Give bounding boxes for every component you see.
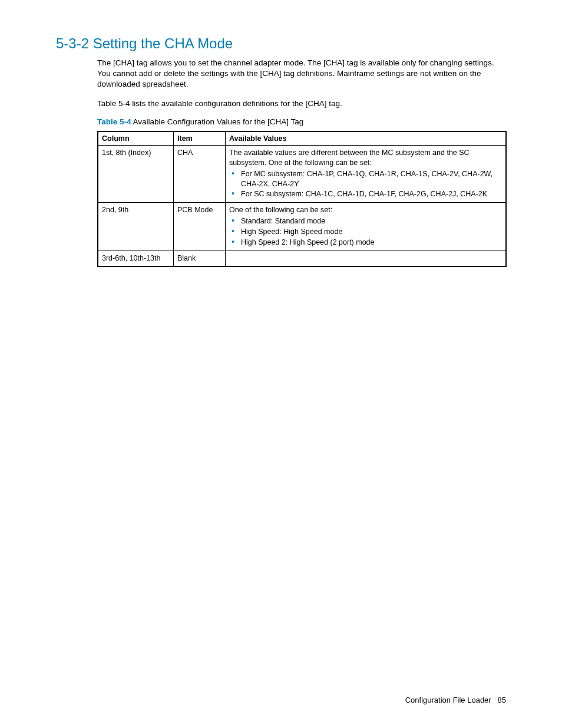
footer-page-number: 85 bbox=[498, 696, 506, 704]
th-item: Item bbox=[174, 131, 226, 146]
cell-item: Blank bbox=[174, 251, 226, 266]
cell-values: One of the following can be set: Standar… bbox=[226, 203, 507, 251]
cell-intro: One of the following can be set: bbox=[229, 206, 332, 214]
table-caption-text: Available Configuration Values for the [… bbox=[131, 117, 304, 126]
cell-item: PCB Mode bbox=[174, 203, 226, 251]
table-label: Table 5-4 bbox=[97, 117, 131, 126]
bullet-list: Standard: Standard mode High Speed: High… bbox=[229, 216, 502, 248]
config-table: Column Item Available Values 1st, 8th (I… bbox=[97, 131, 507, 267]
bullet-list: For MC subsystem: CHA-1P, CHA-1Q, CHA-1R… bbox=[229, 169, 502, 200]
th-values: Available Values bbox=[226, 131, 507, 146]
cell-intro: The available values are different betwe… bbox=[229, 149, 470, 167]
cell-column: 1st, 8th (Index) bbox=[98, 145, 174, 202]
table-row: 1st, 8th (Index) CHA The available value… bbox=[98, 145, 506, 202]
bullet-item: High Speed: High Speed mode bbox=[229, 227, 502, 237]
cell-item: CHA bbox=[174, 145, 226, 202]
cell-values: The available values are different betwe… bbox=[226, 145, 507, 202]
footer-title: Configuration File Loader bbox=[405, 696, 491, 704]
cell-values bbox=[226, 251, 507, 266]
table-row: 2nd, 9th PCB Mode One of the following c… bbox=[98, 203, 506, 251]
intro-paragraph-1: The [CHA] tag allows you to set the chan… bbox=[56, 58, 506, 90]
table-row: 3rd-6th, 10th-13th Blank bbox=[98, 251, 506, 266]
th-column: Column bbox=[98, 131, 174, 146]
cell-column: 2nd, 9th bbox=[98, 203, 174, 251]
page-footer: Configuration File Loader 85 bbox=[405, 696, 506, 704]
intro-paragraph-2: Table 5-4 lists the available configurat… bbox=[56, 98, 506, 109]
page: 5-3-2 Setting the CHA Mode The [CHA] tag… bbox=[0, 0, 562, 728]
bullet-item: For SC subsystem: CHA-1C, CHA-1D, CHA-1F… bbox=[229, 189, 502, 199]
table-header-row: Column Item Available Values bbox=[98, 131, 506, 146]
bullet-item: For MC subsystem: CHA-1P, CHA-1Q, CHA-1R… bbox=[229, 169, 502, 189]
bullet-item: Standard: Standard mode bbox=[229, 216, 502, 226]
cell-column: 3rd-6th, 10th-13th bbox=[98, 251, 174, 266]
bullet-item: High Speed 2: High Speed (2 port) mode bbox=[229, 238, 502, 248]
section-heading: 5-3-2 Setting the CHA Mode bbox=[56, 35, 506, 52]
table-caption: Table 5-4 Available Configuration Values… bbox=[56, 117, 506, 126]
